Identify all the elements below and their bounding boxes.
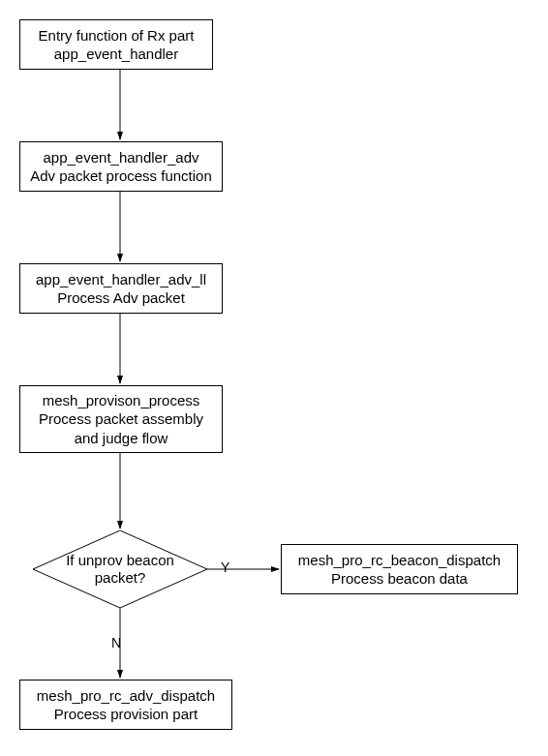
node-text: mesh_pro_rc_beacon_dispatch [298,551,501,570]
node-text: app_event_handler_adv [44,148,199,167]
node-text: Process packet assembly [39,409,203,429]
process-box-adv: app_event_handler_adv Adv packet process… [19,141,223,192]
node-text: Entry function of Rx part [39,26,195,45]
node-text: If unprov beacon [66,552,174,569]
flow-connectors [0,0,548,756]
process-box-provision: mesh_provison_process Process packet ass… [19,385,223,453]
node-text: app_event_handler [54,45,178,64]
node-text: app_event_handler_adv_ll [36,270,206,289]
node-text: packet? [95,569,146,587]
node-text: Adv packet process function [30,166,212,186]
process-box-entry: Entry function of Rx part app_event_hand… [19,19,213,70]
decision-unprov-beacon: If unprov beacon packet? [33,530,207,608]
node-text: mesh_provison_process [43,391,200,410]
node-text: Process Adv packet [57,288,185,308]
process-box-adv-ll: app_event_handler_adv_ll Process Adv pac… [19,263,223,314]
edge-label-yes: Y [221,559,229,575]
process-box-beacon-dispatch: mesh_pro_rc_beacon_dispatch Process beac… [281,544,518,594]
node-text: Process provision part [54,705,198,724]
node-text: mesh_pro_rc_adv_dispatch [37,686,215,706]
node-text: and judge flow [75,429,168,448]
process-box-adv-dispatch: mesh_pro_rc_adv_dispatch Process provisi… [19,680,232,730]
node-text: Process beacon data [331,569,468,589]
edge-label-no: N [111,635,121,650]
